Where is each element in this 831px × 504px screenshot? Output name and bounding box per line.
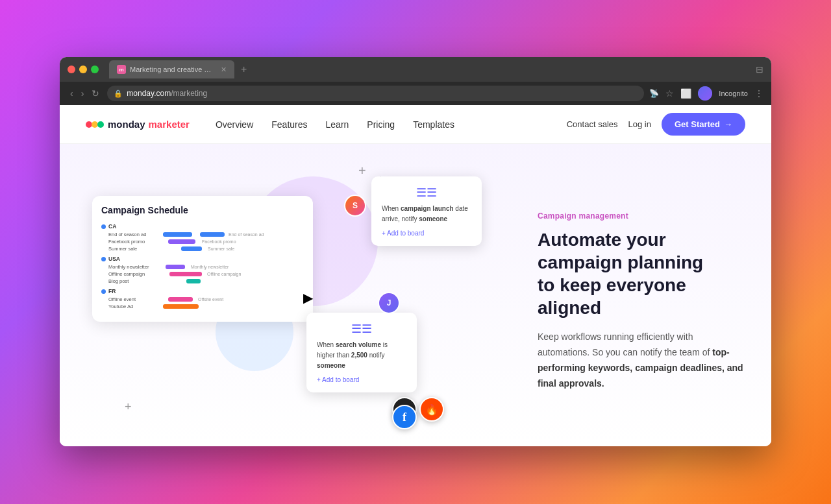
schedule-title: Campaign Schedule: [101, 205, 304, 215]
log-in-button[interactable]: Log in: [628, 119, 651, 129]
nav-templates[interactable]: Templates: [413, 119, 454, 130]
svg-point-1: [92, 121, 98, 128]
active-tab[interactable]: m Marketing and creative manag ✕: [109, 60, 234, 78]
back-button[interactable]: ‹: [68, 87, 76, 100]
window-controls: ⊟: [756, 64, 763, 75]
schedule-row: Monthly newsletter Monthly newsletter: [101, 263, 304, 270]
forward-button[interactable]: ›: [79, 87, 87, 100]
automation-icon-1: ☰☰: [382, 186, 471, 200]
schedule-region-usa: USA Monthly newsletter Monthly newslette…: [101, 256, 304, 285]
arrow-right-icon: →: [724, 119, 732, 129]
section-label: Campaign management: [538, 211, 745, 221]
bookmark-icon[interactable]: ☆: [665, 88, 674, 99]
close-button[interactable]: [68, 66, 75, 73]
tab-bar: m Marketing and creative manag ✕ +: [109, 60, 750, 78]
region-header-ca: CA: [101, 223, 304, 230]
nav-features[interactable]: Features: [271, 119, 307, 130]
row-bars: [155, 279, 304, 283]
automation-text-1: When campaign launch date arrive, notify…: [382, 204, 471, 224]
row-label: Facebook promo: [108, 239, 153, 245]
schedule-region-ca: CA End of season ad End o: [101, 223, 304, 252]
schedule-row: Youtube Ad: [101, 303, 304, 310]
section-heading: Automate your campaign planning to keep …: [538, 228, 745, 319]
tab-title: Marketing and creative manag: [130, 66, 214, 73]
desktop-background: m Marketing and creative manag ✕ + ⊟ ‹ ›…: [0, 0, 831, 504]
browser-window: m Marketing and creative manag ✕ + ⊟ ‹ ›…: [60, 57, 771, 446]
schedule-row: Blog post: [101, 278, 304, 285]
schedule-row: End of season ad End of season ad: [101, 231, 304, 238]
automation-card-2: ☰☰ When search volume is higher than 2,5…: [306, 313, 417, 392]
profile-image: [698, 86, 712, 101]
url-display: monday.com/marketing: [127, 89, 207, 98]
schedule-row: Offline event Offsite event: [101, 296, 304, 303]
contact-sales-button[interactable]: Contact sales: [567, 119, 618, 129]
schedule-row: Offline campaign Offline campaign: [101, 270, 304, 278]
row-bars: End of season ad: [155, 232, 304, 237]
browser-chrome: m Marketing and creative manag ✕ + ⊟: [60, 57, 771, 82]
schedule-row: Facebook promo Facebook promo: [101, 238, 304, 245]
tab-arrange-icon[interactable]: ⬜: [680, 88, 691, 99]
cast-icon[interactable]: 📡: [649, 89, 659, 98]
site-nav: monday marketer Overview Features Learn …: [60, 105, 771, 144]
nav-pricing[interactable]: Pricing: [367, 119, 395, 130]
logo-text: monday marketer: [108, 117, 190, 131]
tab-favicon: m: [117, 65, 126, 74]
fire-icon: 🔥: [419, 397, 444, 422]
row-label: Youtube Ad: [108, 304, 153, 309]
nav-actions: Contact sales Log in Get Started →: [567, 113, 745, 136]
hero-section: + + + Campaign Schedule CA: [60, 144, 771, 446]
add-to-board-1[interactable]: + Add to board: [382, 230, 471, 237]
row-bars: Offline campaign: [155, 272, 304, 276]
minimize-button[interactable]: [79, 66, 87, 73]
facebook-icon-wrapper: f: [392, 405, 417, 429]
row-label: Offline campaign: [108, 271, 153, 277]
row-bars: Monthly newsletter: [155, 265, 304, 269]
avatar-initial-2: J: [387, 298, 391, 307]
avatar-2: J: [378, 292, 400, 314]
avatar-initial: S: [353, 201, 358, 210]
incognito-label: Incognito: [719, 90, 748, 97]
avatar-1: S: [344, 195, 366, 217]
logo-icon: [86, 118, 104, 131]
nav-buttons: ‹ › ↻: [68, 87, 102, 100]
nav-links: Overview Features Learn Pricing Template…: [216, 119, 567, 130]
row-bars: Facebook promo: [155, 239, 304, 244]
row-label: End of season ad: [108, 232, 153, 237]
region-header-fr: FR: [101, 288, 304, 294]
row-label: Summer sale: [108, 246, 153, 252]
svg-point-0: [86, 121, 92, 128]
nav-overview[interactable]: Overview: [216, 119, 253, 130]
automation-card-1: ☰☰ When campaign launch date arrive, not…: [371, 176, 482, 246]
maximize-button[interactable]: [91, 66, 99, 73]
region-header-usa: USA: [101, 256, 304, 262]
url-bar[interactable]: 🔒 monday.com/marketing: [107, 86, 644, 101]
row-bars: [155, 304, 304, 309]
refresh-button[interactable]: ↻: [89, 87, 102, 100]
section-body: Keep workflows running efficiently with …: [538, 330, 745, 391]
get-started-button[interactable]: Get Started →: [662, 113, 745, 136]
address-bar: ‹ › ↻ 🔒 monday.com/marketing 📡 ☆ ⬜ Incog…: [60, 82, 771, 105]
svg-point-2: [97, 121, 104, 128]
schedule-region-fr: FR Offline event Offsite event: [101, 288, 304, 310]
row-label: Blog post: [108, 278, 153, 284]
tab-close-button[interactable]: ✕: [221, 66, 227, 74]
row-label: Offline event: [108, 296, 153, 302]
cursor-icon: ▶: [303, 290, 313, 306]
hero-text-content: Campaign management Automate your campai…: [525, 144, 771, 446]
website-content: monday marketer Overview Features Learn …: [60, 105, 771, 446]
plus-deco-1: +: [358, 163, 366, 178]
row-bars: Summer sale: [155, 246, 304, 251]
facebook-icon: f: [392, 405, 417, 429]
add-to-board-2[interactable]: + Add to board: [317, 376, 406, 383]
new-tab-button[interactable]: +: [237, 62, 251, 77]
window-minimize-icon[interactable]: ⊟: [756, 64, 763, 75]
nav-learn[interactable]: Learn: [326, 119, 349, 130]
profile-avatar[interactable]: [698, 86, 712, 101]
plus-deco-3: +: [125, 400, 132, 414]
traffic-lights: [68, 66, 99, 73]
site-logo[interactable]: monday marketer: [86, 117, 190, 131]
toolbar-right: 📡 ☆ ⬜ Incognito ⋮: [649, 86, 763, 101]
campaign-schedule-card: Campaign Schedule CA End of season ad: [92, 196, 313, 322]
hero-visual: + + + Campaign Schedule CA: [60, 144, 525, 446]
menu-icon[interactable]: ⋮: [754, 88, 763, 99]
